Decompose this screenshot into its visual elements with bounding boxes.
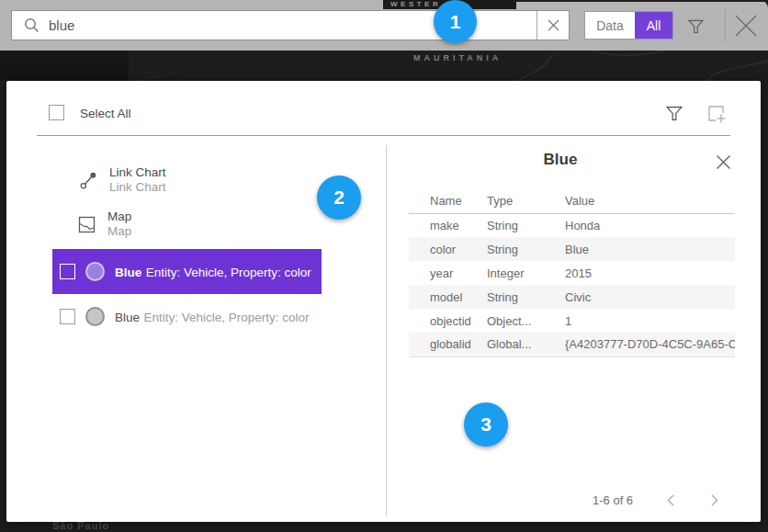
result-item-blue[interactable]: Blue Entity: Vehicle, Property: color (52, 294, 322, 339)
cell-type: Object... (487, 309, 565, 333)
table-row: year Integer 2015 (409, 261, 735, 285)
result-subtitle: Entity: Vehicle, Property: color (146, 266, 311, 279)
pagination-prev-button[interactable] (664, 492, 677, 507)
callout-badge-1: 1 (434, 0, 477, 43)
cell-type: String (487, 285, 565, 309)
map-top-edge (514, 0, 768, 2)
magnifier-icon (24, 17, 40, 33)
table-row: model String Civic (409, 285, 735, 309)
x-icon (734, 14, 758, 38)
search-box (11, 10, 570, 40)
column-header: Name (409, 189, 487, 213)
cell-name: model (409, 285, 487, 309)
cell-value: Blue (565, 237, 735, 261)
cell-name: year (409, 261, 487, 285)
result-title: Map (107, 209, 131, 224)
scope-data-button[interactable]: Data (585, 12, 635, 39)
table-row: color String Blue (409, 237, 735, 261)
cell-value: 2015 (565, 261, 735, 285)
result-subtitle: Entity: Vehicle, Property: color (143, 311, 309, 324)
detail-close-button[interactable] (714, 153, 732, 171)
attribute-table: Name Type Value make String Honda color … (409, 189, 735, 357)
add-selection-icon (706, 103, 728, 125)
detail-title: Blue (404, 151, 717, 169)
cell-type: String (487, 213, 565, 237)
result-subtitle: Map (107, 224, 131, 239)
map-icon (77, 215, 96, 234)
toolbar-divider (725, 8, 726, 42)
result-title: Blue (115, 311, 140, 324)
result-item-blue-selected[interactable]: Blue Entity: Vehicle, Property: color (52, 249, 322, 294)
result-item-link-chart[interactable]: Link Chart Link Chart (79, 165, 166, 195)
column-header: Type (487, 189, 565, 213)
table-row: globalid Global... {A4203777-D70D-4C5C-9… (409, 333, 735, 357)
entity-circle-icon (85, 307, 105, 326)
map-boundary-lines (0, 46, 768, 85)
result-title: Blue (115, 266, 141, 279)
scope-all-button[interactable]: All (635, 12, 672, 39)
header-divider (37, 135, 730, 136)
cell-value: Honda (565, 213, 735, 237)
entity-circle-icon (85, 262, 105, 281)
pagination-range-label: 1-6 of 6 (593, 493, 633, 507)
cell-name: objectid (409, 309, 487, 333)
pagination-next-button[interactable] (708, 492, 721, 507)
search-results-panel: Select All (6, 81, 761, 522)
result-title: Link Chart (109, 165, 166, 180)
cell-value: {A4203777-D70D-4C5C-9A65-C... (565, 333, 735, 357)
result-item-map[interactable]: Map Map (77, 209, 131, 239)
funnel-icon (664, 103, 684, 123)
cell-type: String (487, 237, 565, 261)
callout-badge-3: 3 (464, 402, 508, 447)
cell-name: color (409, 237, 487, 261)
search-filter-button[interactable] (682, 12, 709, 40)
scope-toggle: Data All (584, 11, 673, 40)
close-search-button[interactable] (732, 12, 760, 40)
table-row: objectid Object... 1 (409, 309, 735, 333)
cell-value: Civic (565, 285, 735, 309)
table-row: make String Honda (409, 213, 735, 237)
select-all-checkbox[interactable] (49, 105, 64, 120)
select-all-label: Select All (80, 107, 131, 120)
chevron-left-icon (667, 494, 674, 506)
link-chart-icon (79, 171, 98, 190)
result-checkbox[interactable] (60, 264, 75, 279)
map-label-mauritania: MAURITANIA (413, 53, 560, 62)
result-checkbox[interactable] (60, 309, 75, 324)
cell-name: globalid (409, 333, 487, 357)
callout-badge-2: 2 (317, 175, 361, 220)
chevron-right-icon (711, 494, 718, 506)
cell-value: 1 (565, 309, 735, 333)
result-subtitle: Link Chart (109, 180, 166, 195)
column-header: Value (565, 189, 735, 213)
pagination: 1-6 of 6 (404, 491, 735, 509)
funnel-icon (686, 17, 706, 36)
x-icon (548, 19, 559, 31)
cell-type: Integer (487, 261, 565, 285)
cell-name: make (409, 213, 487, 237)
cell-type: Global... (487, 333, 565, 357)
clear-search-button[interactable] (536, 11, 569, 40)
add-selection-button[interactable] (706, 103, 728, 125)
app-window: MAURITANIA São Paulo Data (0, 0, 768, 532)
table-header-row: Name Type Value (409, 189, 735, 213)
x-icon (716, 154, 731, 170)
column-divider (386, 145, 387, 516)
results-filter-button[interactable] (664, 103, 684, 123)
